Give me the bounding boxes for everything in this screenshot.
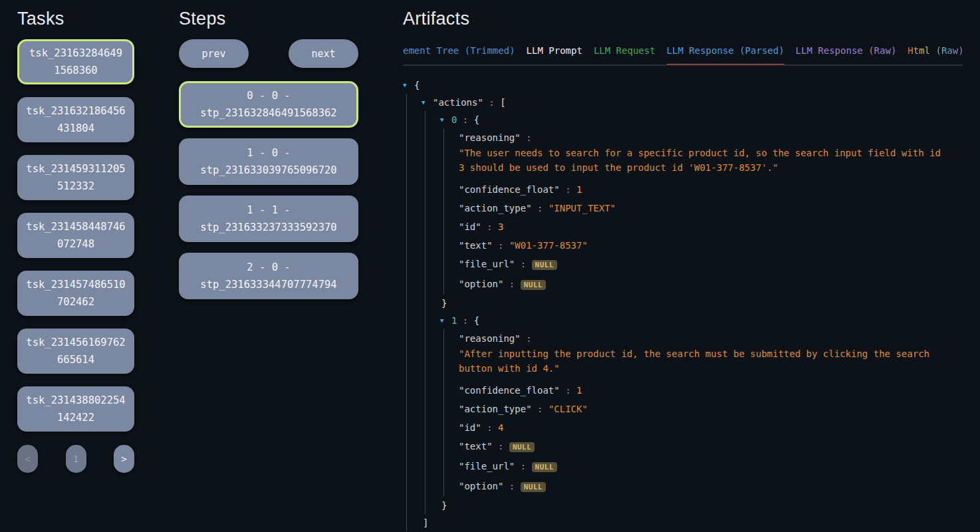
json-entry: "reasoning" : "After inputting the produ…: [459, 329, 963, 381]
json-entry-line: "file_url" : NULL: [459, 460, 963, 474]
json-null-value: NULL: [532, 260, 558, 270]
json-null-value: NULL: [521, 280, 547, 290]
json-string-value: "CLICK": [549, 404, 588, 414]
tab-llm-prompt[interactable]: LLM Prompt: [527, 45, 582, 66]
json-key: "file_url": [459, 461, 515, 471]
json-key: "id": [459, 221, 481, 232]
task-list: tsk_231632846491568360tsk_23163218645643…: [17, 39, 134, 432]
json-node: ▼"actions" : [▼0 : {"reasoning" : "The u…: [422, 94, 963, 531]
json-entry: "confidence_float" : 1: [459, 381, 963, 400]
json-node-header: ▼0 : {: [440, 111, 963, 128]
json-entry-line: "id" : 4: [459, 421, 963, 434]
json-colon: :: [532, 404, 549, 414]
json-key: "reasoning": [459, 132, 521, 143]
json-entry-line: "option" : NULL: [459, 479, 963, 494]
json-number-value: 3: [498, 221, 503, 232]
json-entry-line: "confidence_float" : 1: [459, 183, 963, 196]
json-key: "text": [459, 441, 493, 452]
json-colon: :: [515, 259, 531, 269]
collapse-icon[interactable]: ▼: [403, 78, 414, 92]
json-key: "text": [459, 240, 493, 251]
json-entry-line: "option" : NULL: [459, 277, 963, 292]
json-key: "option": [459, 279, 503, 289]
tab-html-raw[interactable]: Html (Raw): [908, 45, 963, 66]
json-node-header: ▼"actions" : [: [422, 94, 963, 111]
task-button[interactable]: tsk_231632846491568360: [17, 39, 134, 84]
task-button[interactable]: tsk_231457486510702462: [17, 271, 134, 316]
json-node-body: "reasoning" : "After inputting the produ…: [443, 329, 963, 497]
json-colon: :: [515, 461, 531, 471]
step-button[interactable]: 1 - 0 - stp_231633039765096720: [179, 138, 358, 185]
steps-prev-button[interactable]: prev: [179, 39, 249, 68]
json-entry-line: "action_type" : "INPUT_TEXT": [459, 201, 963, 215]
pagination-prev-button[interactable]: <: [17, 445, 38, 473]
tab-llm-response-parsed[interactable]: LLM Response (Parsed): [667, 45, 785, 66]
task-button[interactable]: tsk_231458448746072748: [17, 213, 134, 258]
json-close-bracket: }: [440, 295, 963, 312]
app-root: Tasks tsk_231632846491568360tsk_23163218…: [0, 0, 980, 532]
collapse-icon[interactable]: ▼: [422, 96, 433, 109]
json-node-header: ▼1 : {: [440, 312, 963, 329]
json-key: "option": [459, 481, 503, 491]
steps-next-button[interactable]: next: [289, 39, 358, 68]
task-button[interactable]: tsk_231456169762665614: [17, 329, 134, 374]
json-open-bracket: {: [474, 315, 479, 326]
task-button[interactable]: tsk_231632186456431804: [17, 97, 134, 142]
json-string-value: "INPUT_TEXT": [549, 203, 616, 213]
json-colon: :: [457, 315, 473, 326]
json-colon: :: [481, 422, 498, 433]
json-colon: :: [560, 184, 576, 195]
json-colon: :: [532, 203, 549, 213]
task-button[interactable]: tsk_231459311205512332: [17, 155, 134, 200]
json-entry-line: "reasoning" :: [459, 131, 963, 144]
tasks-panel: Tasks tsk_231632846491568360tsk_23163218…: [17, 8, 134, 532]
task-button[interactable]: tsk_231438802254142422: [17, 386, 134, 432]
steps-title: Steps: [179, 8, 358, 29]
json-number-value: 1: [576, 184, 582, 195]
json-key: "action_type": [459, 203, 532, 213]
step-button[interactable]: 2 - 0 - stp_231633344707774794: [179, 253, 358, 299]
json-entry-line: "confidence_float" : 1: [459, 384, 963, 397]
json-entry: "id" : 3: [459, 217, 963, 236]
tasks-title: Tasks: [17, 8, 134, 29]
json-key: "confidence_float": [459, 184, 560, 195]
json-entry: "action_type" : "CLICK": [459, 400, 963, 418]
tab-llm-response-raw[interactable]: LLM Response (Raw): [796, 45, 897, 66]
steps-panel: Steps prev next 0 - 0 - stp_231632846491…: [179, 8, 358, 532]
step-button[interactable]: 0 - 0 - stp_231632846491568362: [179, 81, 358, 128]
json-entry-line: "file_url" : NULL: [459, 257, 963, 272]
json-entry: "confidence_float" : 1: [459, 180, 963, 199]
json-key: "confidence_float": [459, 385, 560, 396]
json-colon: :: [560, 385, 576, 396]
json-entry-line: "action_type" : "CLICK": [459, 402, 963, 416]
json-entry-line: "id" : 3: [459, 220, 963, 233]
json-number-value: 4: [498, 422, 503, 433]
json-tree-viewer: ▼{▼"actions" : [▼0 : {"reasoning" : "The…: [403, 76, 963, 532]
step-list: 0 - 0 - stp_2316328464915683621 - 0 - st…: [179, 81, 358, 299]
json-key: "reasoning": [459, 333, 521, 344]
collapse-icon[interactable]: ▼: [440, 314, 451, 327]
step-button[interactable]: 1 - 1 - stp_231633237333592370: [179, 196, 358, 242]
json-entry: "text" : NULL: [459, 437, 963, 457]
json-entry: "id" : 4: [459, 418, 963, 437]
json-string-value: "The user needs to search for a specific…: [459, 144, 946, 175]
json-open-bracket: {: [474, 114, 479, 125]
json-open-bracket: {: [414, 80, 420, 90]
tab-llm-request[interactable]: LLM Request: [594, 45, 656, 66]
json-colon: :: [521, 132, 532, 143]
json-colon: :: [493, 240, 509, 251]
json-entry: "action_type" : "INPUT_TEXT": [459, 199, 963, 217]
json-open-bracket: [: [500, 97, 505, 108]
json-key: "actions": [433, 97, 483, 108]
json-colon: :: [521, 333, 532, 344]
json-node: ▼1 : {"reasoning" : "After inputting the…: [440, 312, 963, 514]
tab-ement-tree-trimmed[interactable]: ement Tree (Trimmed): [403, 45, 515, 66]
pagination-next-button[interactable]: >: [114, 445, 134, 473]
json-number-value: 1: [576, 385, 582, 396]
json-null-value: NULL: [521, 482, 547, 492]
tasks-pagination: < 1 >: [17, 445, 134, 473]
pagination-page-button[interactable]: 1: [66, 445, 86, 473]
collapse-icon[interactable]: ▼: [440, 113, 451, 126]
json-key: "action_type": [459, 404, 532, 414]
json-entry-line: "reasoning" :: [459, 332, 963, 345]
